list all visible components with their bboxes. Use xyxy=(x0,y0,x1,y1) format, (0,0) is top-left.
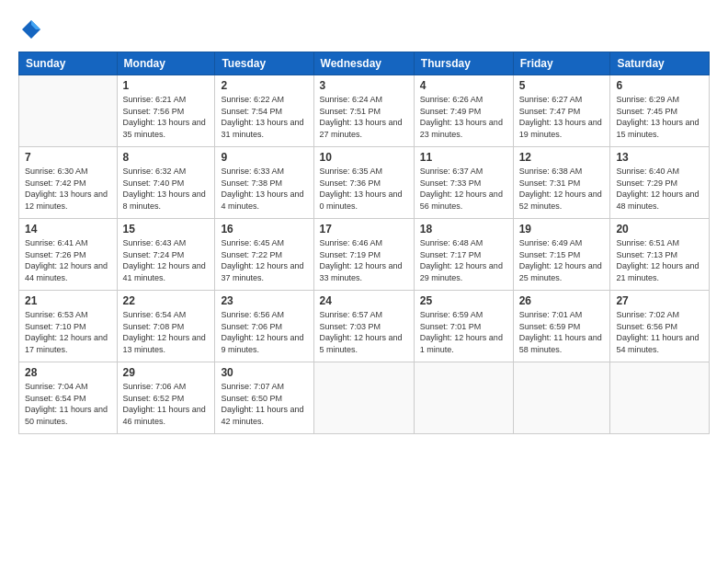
day-info: Sunrise: 6:57 AM Sunset: 7:03 PM Dayligh… xyxy=(320,309,408,355)
day-info: Sunrise: 7:06 AM Sunset: 6:52 PM Dayligh… xyxy=(123,381,210,427)
calendar-cell: 1 Sunrise: 6:21 AM Sunset: 7:56 PM Dayli… xyxy=(117,75,215,147)
calendar-cell: 11 Sunrise: 6:37 AM Sunset: 7:33 PM Dayl… xyxy=(414,147,513,219)
week-row-3: 14 Sunrise: 6:41 AM Sunset: 7:26 PM Dayl… xyxy=(19,219,710,291)
calendar-cell: 17 Sunrise: 6:46 AM Sunset: 7:19 PM Dayl… xyxy=(313,219,414,291)
day-info: Sunrise: 6:48 AM Sunset: 7:17 PM Dayligh… xyxy=(420,237,507,283)
day-number: 2 xyxy=(221,79,307,92)
calendar-cell: 14 Sunrise: 6:41 AM Sunset: 7:26 PM Dayl… xyxy=(19,219,118,291)
day-info: Sunrise: 6:30 AM Sunset: 7:42 PM Dayligh… xyxy=(25,166,111,212)
calendar-cell: 24 Sunrise: 6:57 AM Sunset: 7:03 PM Dayl… xyxy=(313,291,414,362)
day-number: 16 xyxy=(221,223,307,236)
day-info: Sunrise: 7:04 AM Sunset: 6:54 PM Dayligh… xyxy=(25,381,111,427)
day-info: Sunrise: 6:29 AM Sunset: 7:45 PM Dayligh… xyxy=(616,94,703,140)
day-number: 7 xyxy=(25,151,111,164)
weekday-header-sunday: Sunday xyxy=(19,52,118,75)
calendar-cell: 12 Sunrise: 6:38 AM Sunset: 7:31 PM Dayl… xyxy=(513,147,610,219)
week-row-1: 1 Sunrise: 6:21 AM Sunset: 7:56 PM Dayli… xyxy=(19,75,710,147)
day-info: Sunrise: 6:33 AM Sunset: 7:38 PM Dayligh… xyxy=(221,166,307,212)
day-number: 23 xyxy=(221,294,307,307)
calendar-cell: 23 Sunrise: 6:56 AM Sunset: 7:06 PM Dayl… xyxy=(215,291,313,362)
calendar-cell: 15 Sunrise: 6:43 AM Sunset: 7:24 PM Dayl… xyxy=(117,219,215,291)
calendar-cell: 29 Sunrise: 7:06 AM Sunset: 6:52 PM Dayl… xyxy=(117,362,215,434)
day-number: 20 xyxy=(616,223,703,236)
day-number: 29 xyxy=(123,366,210,379)
day-number: 11 xyxy=(420,151,507,164)
day-info: Sunrise: 6:49 AM Sunset: 7:15 PM Dayligh… xyxy=(519,237,605,283)
day-number: 8 xyxy=(123,151,210,164)
day-info: Sunrise: 6:54 AM Sunset: 7:08 PM Dayligh… xyxy=(123,309,210,355)
day-info: Sunrise: 6:56 AM Sunset: 7:06 PM Dayligh… xyxy=(221,309,307,355)
calendar-cell: 19 Sunrise: 6:49 AM Sunset: 7:15 PM Dayl… xyxy=(513,219,610,291)
day-number: 15 xyxy=(123,223,210,236)
day-info: Sunrise: 7:01 AM Sunset: 6:59 PM Dayligh… xyxy=(519,309,605,355)
day-info: Sunrise: 6:59 AM Sunset: 7:01 PM Dayligh… xyxy=(420,309,507,355)
day-number: 13 xyxy=(616,151,703,164)
day-number: 24 xyxy=(320,294,408,307)
calendar-cell: 4 Sunrise: 6:26 AM Sunset: 7:49 PM Dayli… xyxy=(414,75,513,147)
weekday-header-row: SundayMondayTuesdayWednesdayThursdayFrid… xyxy=(19,52,710,75)
calendar-cell: 5 Sunrise: 6:27 AM Sunset: 7:47 PM Dayli… xyxy=(513,75,610,147)
week-row-4: 21 Sunrise: 6:53 AM Sunset: 7:10 PM Dayl… xyxy=(19,291,710,362)
calendar-cell: 16 Sunrise: 6:45 AM Sunset: 7:22 PM Dayl… xyxy=(215,219,313,291)
calendar-cell: 20 Sunrise: 6:51 AM Sunset: 7:13 PM Dayl… xyxy=(610,219,710,291)
day-number: 17 xyxy=(320,223,408,236)
day-number: 28 xyxy=(25,366,111,379)
day-number: 12 xyxy=(519,151,605,164)
day-number: 6 xyxy=(616,79,703,92)
day-number: 30 xyxy=(221,366,307,379)
page: SundayMondayTuesdayWednesdayThursdayFrid… xyxy=(0,0,728,563)
calendar-cell: 9 Sunrise: 6:33 AM Sunset: 7:38 PM Dayli… xyxy=(215,147,313,219)
weekday-header-tuesday: Tuesday xyxy=(215,52,313,75)
calendar-cell xyxy=(313,362,414,434)
day-number: 9 xyxy=(221,151,307,164)
calendar-cell: 26 Sunrise: 7:01 AM Sunset: 6:59 PM Dayl… xyxy=(513,291,610,362)
day-number: 4 xyxy=(420,79,507,92)
calendar-cell: 30 Sunrise: 7:07 AM Sunset: 6:50 PM Dayl… xyxy=(215,362,313,434)
day-info: Sunrise: 6:53 AM Sunset: 7:10 PM Dayligh… xyxy=(25,309,111,355)
calendar-cell xyxy=(513,362,610,434)
day-info: Sunrise: 6:26 AM Sunset: 7:49 PM Dayligh… xyxy=(420,94,507,140)
day-info: Sunrise: 6:22 AM Sunset: 7:54 PM Dayligh… xyxy=(221,94,307,140)
day-number: 21 xyxy=(25,294,111,307)
day-info: Sunrise: 7:02 AM Sunset: 6:56 PM Dayligh… xyxy=(616,309,703,355)
day-info: Sunrise: 6:32 AM Sunset: 7:40 PM Dayligh… xyxy=(123,166,210,212)
day-number: 5 xyxy=(519,79,605,92)
day-info: Sunrise: 6:35 AM Sunset: 7:36 PM Dayligh… xyxy=(320,166,408,212)
calendar-cell xyxy=(414,362,513,434)
weekday-header-friday: Friday xyxy=(513,52,610,75)
day-number: 18 xyxy=(420,223,507,236)
day-number: 1 xyxy=(123,79,210,92)
logo-icon xyxy=(18,17,44,42)
day-info: Sunrise: 6:37 AM Sunset: 7:33 PM Dayligh… xyxy=(420,166,507,212)
day-info: Sunrise: 7:07 AM Sunset: 6:50 PM Dayligh… xyxy=(221,381,307,427)
calendar-cell: 22 Sunrise: 6:54 AM Sunset: 7:08 PM Dayl… xyxy=(117,291,215,362)
calendar-cell: 27 Sunrise: 7:02 AM Sunset: 6:56 PM Dayl… xyxy=(610,291,710,362)
day-info: Sunrise: 6:43 AM Sunset: 7:24 PM Dayligh… xyxy=(123,237,210,283)
weekday-header-saturday: Saturday xyxy=(610,52,710,75)
calendar-cell xyxy=(610,362,710,434)
day-info: Sunrise: 6:27 AM Sunset: 7:47 PM Dayligh… xyxy=(519,94,605,140)
day-number: 19 xyxy=(519,223,605,236)
weekday-header-wednesday: Wednesday xyxy=(313,52,414,75)
calendar-cell: 6 Sunrise: 6:29 AM Sunset: 7:45 PM Dayli… xyxy=(610,75,710,147)
calendar-cell: 21 Sunrise: 6:53 AM Sunset: 7:10 PM Dayl… xyxy=(19,291,118,362)
calendar-cell: 28 Sunrise: 7:04 AM Sunset: 6:54 PM Dayl… xyxy=(19,362,118,434)
day-info: Sunrise: 6:41 AM Sunset: 7:26 PM Dayligh… xyxy=(25,237,111,283)
calendar-cell xyxy=(19,75,118,147)
weekday-header-monday: Monday xyxy=(117,52,215,75)
day-number: 27 xyxy=(616,294,703,307)
calendar-cell: 10 Sunrise: 6:35 AM Sunset: 7:36 PM Dayl… xyxy=(313,147,414,219)
calendar-cell: 13 Sunrise: 6:40 AM Sunset: 7:29 PM Dayl… xyxy=(610,147,710,219)
calendar-cell: 8 Sunrise: 6:32 AM Sunset: 7:40 PM Dayli… xyxy=(117,147,215,219)
day-info: Sunrise: 6:38 AM Sunset: 7:31 PM Dayligh… xyxy=(519,166,605,212)
logo xyxy=(18,17,48,42)
day-number: 10 xyxy=(320,151,408,164)
day-number: 26 xyxy=(519,294,605,307)
day-info: Sunrise: 6:40 AM Sunset: 7:29 PM Dayligh… xyxy=(616,166,703,212)
day-info: Sunrise: 6:21 AM Sunset: 7:56 PM Dayligh… xyxy=(123,94,210,140)
day-number: 25 xyxy=(420,294,507,307)
header xyxy=(18,17,710,42)
calendar-cell: 7 Sunrise: 6:30 AM Sunset: 7:42 PM Dayli… xyxy=(19,147,118,219)
day-number: 14 xyxy=(25,223,111,236)
calendar-cell: 3 Sunrise: 6:24 AM Sunset: 7:51 PM Dayli… xyxy=(313,75,414,147)
